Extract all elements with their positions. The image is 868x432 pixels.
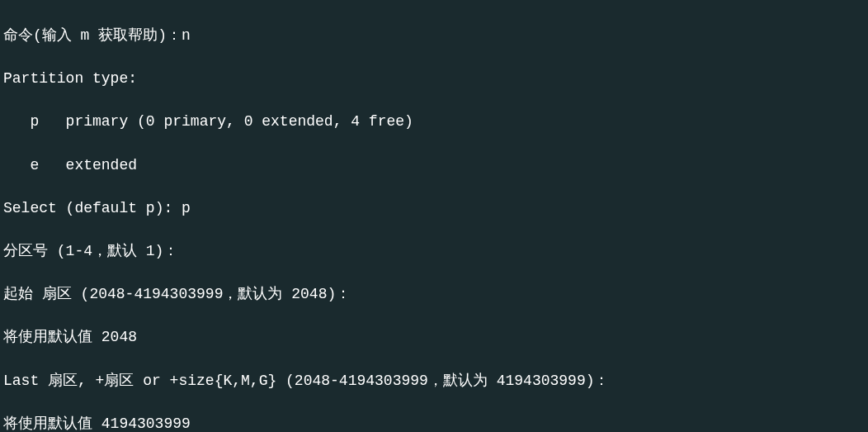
terminal-line: 将使用默认值 4194303999 [3, 413, 865, 432]
terminal-output[interactable]: 命令(输入 m 获取帮助)：n Partition type: p primar… [3, 3, 865, 432]
terminal-line: Last 扇区, +扇区 or +size{K,M,G} (2048-41943… [3, 370, 865, 392]
terminal-line: 分区号 (1-4，默认 1)： [3, 240, 865, 262]
terminal-line: 起始 扇区 (2048-4194303999，默认为 2048)： [3, 283, 865, 305]
terminal-line: 将使用默认值 2048 [3, 326, 865, 348]
terminal-line: p primary (0 primary, 0 extended, 4 free… [3, 111, 865, 132]
terminal-line: Partition type: [3, 68, 865, 89]
terminal-line: 命令(输入 m 获取帮助)：n [3, 25, 865, 46]
terminal-line: e extended [3, 154, 865, 176]
terminal-line: Select (default p): p [3, 197, 865, 219]
